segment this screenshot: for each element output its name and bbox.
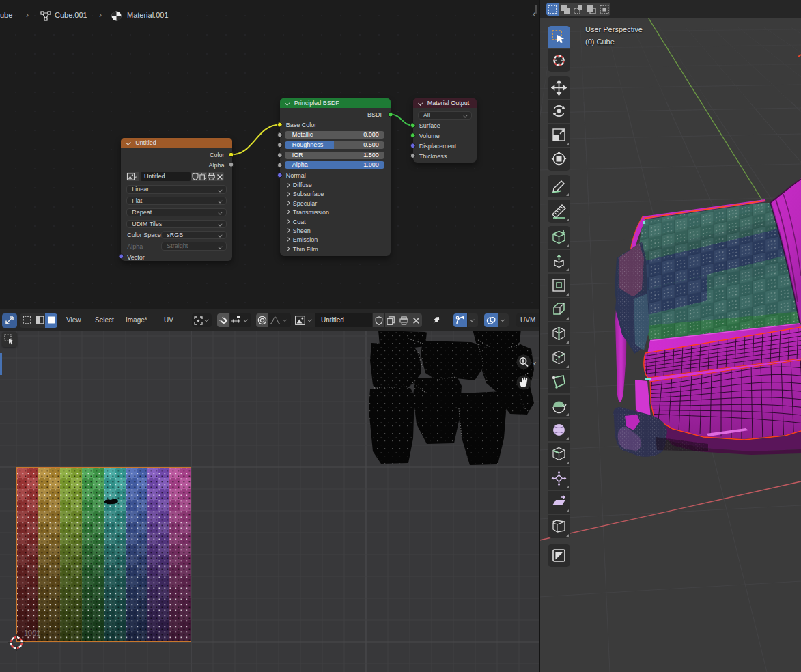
svg-text:‹: ‹ (533, 358, 536, 368)
svg-text:1001: 1001 (24, 629, 40, 637)
